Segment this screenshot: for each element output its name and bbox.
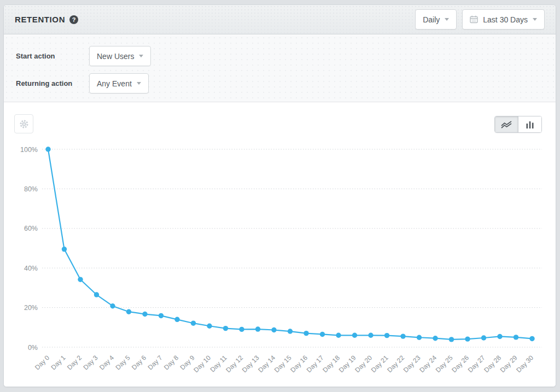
svg-text:Day 13: Day 13 (241, 354, 261, 374)
start-action-label: Start action (16, 52, 89, 60)
svg-text:Day 14: Day 14 (256, 354, 277, 374)
svg-text:Day 5: Day 5 (114, 354, 132, 371)
svg-text:Day 16: Day 16 (289, 354, 309, 374)
returning-action-dropdown[interactable]: Any Event (89, 73, 149, 93)
svg-text:Day 29: Day 29 (499, 354, 519, 374)
svg-text:Day 30: Day 30 (515, 354, 535, 374)
calendar-icon (470, 15, 478, 24)
chart-panel: 0%20%40%60%80%100%Day 0Day 1Day 2Day 3Da… (4, 102, 556, 387)
svg-text:Day 25: Day 25 (434, 354, 454, 374)
chevron-down-icon (445, 18, 449, 21)
filters-section: Start action New Users Returning action … (4, 35, 556, 102)
svg-text:Day 10: Day 10 (192, 354, 212, 374)
chevron-down-icon (533, 18, 537, 21)
svg-text:Day 2: Day 2 (66, 354, 83, 371)
interval-dropdown[interactable]: Daily (415, 9, 457, 30)
svg-text:Day 15: Day 15 (273, 354, 293, 374)
svg-text:80%: 80% (24, 185, 38, 193)
interval-dropdown-value: Daily (423, 15, 440, 24)
svg-text:Day 22: Day 22 (386, 354, 406, 374)
returning-action-label: Returning action (16, 79, 89, 87)
page-title: RETENTION (15, 15, 65, 24)
svg-text:40%: 40% (24, 265, 38, 272)
svg-text:Day 3: Day 3 (82, 354, 100, 371)
svg-text:Day 19: Day 19 (337, 354, 358, 374)
svg-text:Day 6: Day 6 (130, 354, 148, 371)
date-range-dropdown[interactable]: Last 30 Days (462, 9, 545, 30)
svg-text:Day 1: Day 1 (50, 354, 67, 371)
filter-row-returning-action: Returning action Any Event (16, 73, 544, 93)
retention-report-page: RETENTION ? Daily Last 30 Days (0, 0, 560, 392)
svg-text:Day 28: Day 28 (482, 354, 503, 374)
svg-text:Day 27: Day 27 (466, 354, 487, 374)
start-action-value: New Users (97, 52, 134, 61)
svg-text:Day 23: Day 23 (402, 354, 422, 374)
start-action-dropdown[interactable]: New Users (89, 46, 151, 66)
chevron-down-icon (139, 55, 143, 57)
svg-text:20%: 20% (24, 304, 38, 312)
svg-text:Day 24: Day 24 (418, 354, 438, 374)
svg-text:60%: 60% (24, 225, 38, 232)
svg-text:Day 26: Day 26 (450, 354, 470, 374)
help-icon[interactable]: ? (69, 15, 78, 24)
report-header: RETENTION ? Daily Last 30 Days (4, 5, 556, 34)
svg-text:Day 21: Day 21 (370, 354, 390, 374)
svg-text:Day 12: Day 12 (224, 354, 244, 374)
svg-text:Day 11: Day 11 (208, 354, 228, 373)
retention-chart: 0%20%40%60%80%100%Day 0Day 1Day 2Day 3Da… (4, 102, 556, 387)
svg-text:100%: 100% (20, 146, 38, 154)
date-range-dropdown-value: Last 30 Days (483, 15, 528, 24)
svg-text:Day 17: Day 17 (305, 354, 325, 374)
svg-text:Day 7: Day 7 (147, 354, 164, 371)
svg-text:Day 8: Day 8 (162, 354, 180, 371)
chevron-down-icon (137, 82, 141, 85)
svg-text:Day 0: Day 0 (33, 354, 51, 371)
svg-text:Day 18: Day 18 (321, 354, 341, 374)
returning-action-value: Any Event (97, 79, 132, 88)
svg-text:0%: 0% (28, 344, 38, 352)
svg-text:Day 4: Day 4 (98, 354, 115, 371)
filter-row-start-action: Start action New Users (16, 46, 544, 66)
svg-text:Day 20: Day 20 (353, 354, 374, 374)
report-card: RETENTION ? Daily Last 30 Days (3, 4, 556, 387)
